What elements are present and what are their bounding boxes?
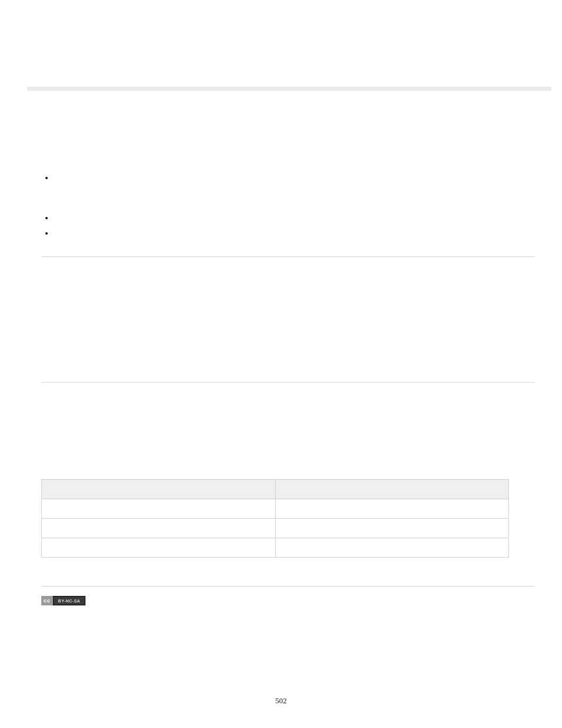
table-cell <box>42 519 276 538</box>
table-row <box>42 499 509 519</box>
list-item <box>54 226 535 240</box>
list-item <box>54 171 535 198</box>
table-cell <box>275 519 509 538</box>
table-header-cell <box>275 480 509 499</box>
data-table <box>41 479 509 558</box>
page-number: 502 <box>0 696 562 706</box>
list-item <box>54 211 535 225</box>
cc-icon: cc <box>41 596 53 605</box>
table-row <box>42 519 509 538</box>
section-divider <box>41 256 535 257</box>
top-horizontal-rule <box>27 87 551 91</box>
page-container: cc BY-NC-SA 502 <box>0 0 562 728</box>
spacer <box>41 271 535 365</box>
section-divider <box>41 382 535 383</box>
bullet-list <box>41 171 535 240</box>
content-area: cc BY-NC-SA <box>41 171 535 608</box>
cc-license-text: BY-NC-SA <box>53 596 85 605</box>
table-cell <box>42 499 276 519</box>
table-cell <box>275 538 509 558</box>
table-cell <box>275 499 509 519</box>
section-divider <box>41 586 535 587</box>
spacer <box>41 397 535 479</box>
table-row <box>42 538 509 558</box>
table-header-row <box>42 480 509 499</box>
table-cell <box>42 538 276 558</box>
table-header-cell <box>42 480 276 499</box>
cc-license-badge: cc BY-NC-SA <box>41 596 85 605</box>
